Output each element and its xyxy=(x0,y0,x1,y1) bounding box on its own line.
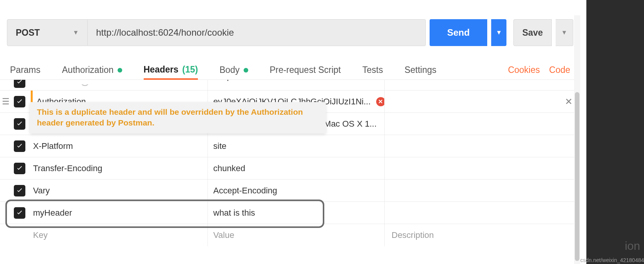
header-desc-cell[interactable] xyxy=(384,91,557,112)
duplicate-header-tooltip: This is a duplicate header and will be o… xyxy=(30,102,326,133)
header-key-cell[interactable]: Vary xyxy=(31,186,207,196)
row-checkbox[interactable] xyxy=(14,185,25,196)
check-icon xyxy=(16,209,23,217)
check-icon xyxy=(16,142,23,150)
check-icon xyxy=(16,187,23,195)
table-row: X-Platform site xyxy=(0,135,580,157)
caret-down-icon: ▼ xyxy=(73,29,79,36)
request-bar: POST ▼ http://localhost:6024/honor/cooki… xyxy=(0,15,580,50)
caret-down-icon: ▼ xyxy=(561,29,568,36)
save-dropdown-button[interactable]: ▼ xyxy=(556,19,573,46)
drag-handle-icon[interactable]: ☰ xyxy=(0,97,12,107)
row-checkbox[interactable] xyxy=(14,96,25,107)
header-key-cell[interactable]: Connection i xyxy=(31,84,207,86)
header-value-cell[interactable]: keep-alive xyxy=(207,80,384,90)
dark-side-strip: ion xyxy=(586,0,644,264)
row-checkbox[interactable] xyxy=(14,207,25,219)
scrollbar-thumb[interactable] xyxy=(575,92,579,261)
status-dot-icon xyxy=(244,68,248,73)
header-value-cell[interactable]: what is this xyxy=(207,202,384,224)
header-desc-cell[interactable] xyxy=(384,157,557,179)
header-key-cell[interactable]: myHeader xyxy=(31,208,207,218)
main-area: POST ▼ http://localhost:6024/honor/cooki… xyxy=(0,15,580,264)
send-label: Send xyxy=(447,27,470,38)
header-value-cell[interactable]: site xyxy=(207,135,384,157)
code-link[interactable]: Code xyxy=(549,65,570,75)
key-placeholder[interactable]: Key xyxy=(31,230,207,240)
info-icon: i xyxy=(80,84,90,86)
header-value-cell[interactable]: chunked xyxy=(207,157,384,179)
value-placeholder[interactable]: Value xyxy=(207,224,384,246)
header-desc-cell[interactable] xyxy=(384,180,557,201)
tab-body[interactable]: Body xyxy=(219,61,248,80)
error-icon: ✕ xyxy=(376,97,384,106)
header-value-cell[interactable]: Accept-Encoding xyxy=(207,180,384,201)
vertical-scrollbar[interactable] xyxy=(574,15,580,264)
new-header-row[interactable]: Key Value Description xyxy=(0,224,580,246)
header-desc-cell[interactable] xyxy=(384,135,557,157)
request-tabs: Params Authorization Headers (15) Body P… xyxy=(0,61,580,80)
save-button[interactable]: Save xyxy=(513,19,552,46)
http-method-select[interactable]: POST ▼ xyxy=(7,19,88,46)
table-row: Transfer-Encoding chunked xyxy=(0,157,580,180)
row-checkbox[interactable] xyxy=(14,140,25,152)
check-icon xyxy=(16,80,23,86)
check-icon xyxy=(16,165,23,172)
tab-authorization[interactable]: Authorization xyxy=(62,61,122,80)
tab-params[interactable]: Params xyxy=(10,61,40,80)
tab-headers[interactable]: Headers (15) xyxy=(144,61,198,80)
tab-tests[interactable]: Tests xyxy=(362,61,383,80)
right-links: Cookies Code xyxy=(508,65,570,75)
url-text: http://localhost:6024/honor/cookie xyxy=(96,27,234,38)
header-key-cell[interactable]: X-Platform xyxy=(31,141,207,151)
description-placeholder[interactable]: Description xyxy=(384,224,557,246)
header-key-cell[interactable]: Transfer-Encoding xyxy=(31,163,207,173)
check-icon xyxy=(16,120,23,128)
table-row: Vary Accept-Encoding xyxy=(0,180,580,202)
background-text: ion xyxy=(625,239,640,252)
header-desc-cell[interactable] xyxy=(384,202,557,224)
send-button[interactable]: Send xyxy=(430,19,487,46)
check-icon xyxy=(16,98,23,106)
url-input[interactable]: http://localhost:6024/honor/cookie xyxy=(88,19,426,46)
status-dot-icon xyxy=(118,68,122,73)
headers-table: Connection i keep-alive ☰ Authorization … xyxy=(0,80,580,246)
header-desc-cell[interactable] xyxy=(384,80,557,90)
http-method-label: POST xyxy=(16,28,40,38)
cookies-link[interactable]: Cookies xyxy=(508,65,540,75)
tab-prerequest[interactable]: Pre-request Script xyxy=(270,61,341,80)
row-checkbox[interactable] xyxy=(14,118,25,130)
save-label: Save xyxy=(522,28,543,38)
tab-settings[interactable]: Settings xyxy=(405,61,437,80)
row-checkbox[interactable] xyxy=(14,163,25,174)
header-desc-cell[interactable] xyxy=(384,113,557,135)
send-dropdown-button[interactable]: ▼ xyxy=(491,19,506,46)
table-row: myHeader what is this xyxy=(0,202,580,224)
row-checkbox[interactable] xyxy=(14,80,25,88)
caret-down-icon: ▼ xyxy=(496,29,502,36)
table-row: Connection i keep-alive xyxy=(0,80,580,91)
